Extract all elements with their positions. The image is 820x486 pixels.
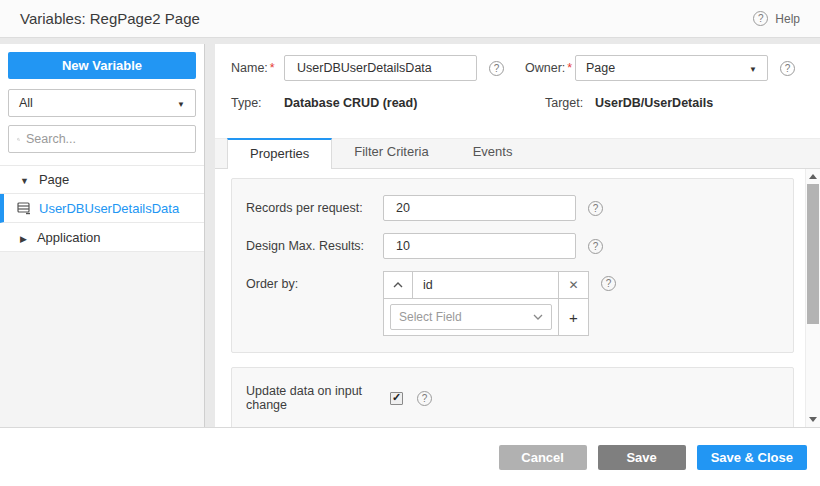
- scrollbar-thumb[interactable]: [807, 184, 819, 324]
- remove-field-icon[interactable]: [559, 271, 589, 299]
- scroll-down-arrow-icon[interactable]: [806, 412, 820, 427]
- tab-properties[interactable]: Properties: [227, 138, 332, 169]
- records-per-request-help-icon[interactable]: [588, 201, 603, 216]
- variables-dialog: Variables: RegPage2 Page Help New Variab…: [0, 0, 820, 486]
- properties-tab-content: Records per request: Design Max. Results…: [215, 169, 820, 427]
- variables-sidebar: New Variable All Page UserDBUserDetailsD…: [0, 44, 205, 427]
- tree-item-label: UserDBUserDetailsData: [39, 201, 179, 216]
- order-by-label: Order by:: [246, 271, 383, 291]
- owner-value: Page: [586, 61, 615, 75]
- design-max-results-help-icon[interactable]: [588, 239, 603, 254]
- update-on-input-change-row: Update data on input change: [246, 384, 779, 412]
- name-input[interactable]: [284, 55, 477, 81]
- type-target-row: Type: Database CRUD (read) Target: UserD…: [231, 96, 804, 110]
- save-button[interactable]: Save: [598, 445, 686, 470]
- required-asterisk: *: [270, 61, 275, 75]
- variable-info-section: Name:* Owner:* Page Type: Database CRUD …: [215, 44, 820, 125]
- design-max-results-row: Design Max. Results:: [246, 233, 779, 259]
- data-settings-group: Records per request: Design Max. Results…: [231, 178, 794, 353]
- update-on-input-change-label: Update data on input change: [246, 384, 384, 412]
- chevron-down-icon: [749, 61, 757, 75]
- caret-right-icon[interactable]: [20, 230, 27, 245]
- sort-ascending-icon[interactable]: [383, 271, 413, 299]
- caret-down-icon[interactable]: [20, 172, 29, 187]
- detail-tabs: Properties Filter Criteria Events: [215, 138, 820, 169]
- records-per-request-input[interactable]: [383, 195, 576, 221]
- add-field-button[interactable]: [559, 299, 589, 336]
- tree-group-page[interactable]: Page: [0, 165, 204, 194]
- search-icon: [17, 133, 20, 146]
- order-by-field-value: id: [413, 271, 559, 299]
- order-by-help-icon[interactable]: [601, 276, 616, 291]
- variable-filter-select[interactable]: All: [8, 89, 196, 117]
- tree-group-page-label: Page: [39, 172, 69, 187]
- owner-select[interactable]: Page: [575, 55, 768, 81]
- sidebar-empty-area: [0, 252, 204, 427]
- target-label: Target:: [545, 96, 595, 110]
- tree-group-application[interactable]: Application: [0, 223, 204, 252]
- type-value: Database CRUD (read): [284, 96, 524, 110]
- order-by-row: Order by: id Select Fiel: [246, 271, 779, 336]
- design-max-results-input[interactable]: [383, 233, 576, 259]
- update-on-input-change-checkbox[interactable]: [390, 392, 403, 405]
- help-label: Help: [775, 12, 800, 26]
- save-and-close-button[interactable]: Save & Close: [697, 445, 807, 470]
- search-input[interactable]: [26, 132, 187, 146]
- tab-filter-criteria[interactable]: Filter Criteria: [332, 138, 450, 168]
- order-by-widget: id Select Field: [383, 271, 589, 336]
- dialog-title: Variables: RegPage2 Page: [20, 10, 200, 27]
- target-value: UserDB/UserDetails: [595, 96, 713, 110]
- chevron-down-icon: [533, 314, 543, 320]
- select-field-dropdown[interactable]: Select Field: [390, 304, 552, 330]
- chevron-down-icon: [177, 96, 185, 110]
- name-label: Name:*: [231, 61, 284, 75]
- database-variable-icon: [17, 202, 31, 215]
- dialog-footer: Cancel Save Save & Close: [0, 427, 820, 486]
- behavior-group: Update data on input change Request data…: [231, 367, 794, 427]
- required-asterisk: *: [567, 61, 572, 75]
- tree-group-application-label: Application: [37, 230, 101, 245]
- records-per-request-row: Records per request:: [246, 195, 779, 221]
- tab-events[interactable]: Events: [451, 138, 535, 168]
- records-per-request-label: Records per request:: [246, 201, 383, 215]
- variable-filter-value: All: [19, 96, 33, 110]
- order-by-add-row: Select Field: [383, 299, 589, 336]
- update-on-input-change-help-icon[interactable]: [417, 391, 432, 406]
- select-field-placeholder: Select Field: [399, 310, 462, 324]
- variable-detail-panel: Name:* Owner:* Page Type: Database CRUD …: [215, 44, 820, 427]
- new-variable-button[interactable]: New Variable: [8, 52, 196, 79]
- owner-help-icon[interactable]: [780, 61, 795, 76]
- select-field-cell: Select Field: [383, 299, 559, 336]
- name-owner-row: Name:* Owner:* Page: [231, 55, 804, 81]
- tree-item-userdbuserdetailsdata[interactable]: UserDBUserDetailsData: [0, 194, 204, 223]
- type-label: Type:: [231, 96, 284, 110]
- cancel-button[interactable]: Cancel: [499, 445, 587, 470]
- vertical-scrollbar[interactable]: [805, 169, 820, 427]
- variable-search[interactable]: [8, 125, 196, 153]
- name-help-icon[interactable]: [489, 61, 504, 76]
- dialog-header: Variables: RegPage2 Page Help: [0, 0, 820, 38]
- owner-label: Owner:*: [525, 61, 575, 75]
- scroll-up-arrow-icon[interactable]: [806, 169, 820, 184]
- design-max-results-label: Design Max. Results:: [246, 239, 383, 253]
- help-button[interactable]: Help: [753, 11, 800, 26]
- order-by-field-row: id: [383, 271, 589, 299]
- help-icon: [753, 11, 768, 26]
